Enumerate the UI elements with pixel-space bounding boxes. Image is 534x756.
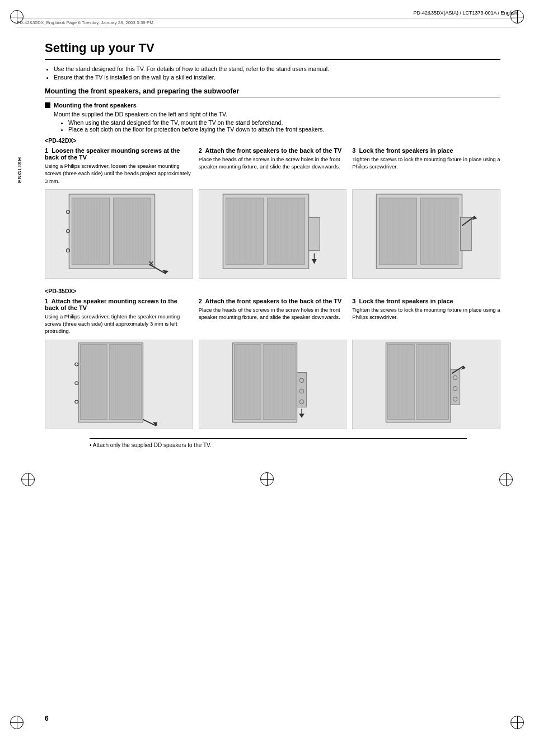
pd35-illus-1 — [45, 340, 193, 429]
svg-point-95 — [75, 363, 78, 366]
page-title: Setting up your TV — [45, 41, 500, 60]
subheader-bar: PD-42&35DX_Eng.book Page 6 Tuesday, Janu… — [17, 18, 517, 27]
svg-rect-115 — [297, 372, 306, 407]
corner-mark-br — [506, 711, 528, 734]
corner-mark-tl — [6, 6, 28, 28]
pd35-step-3: 3 Lock the front speakers in place Tight… — [352, 298, 500, 335]
subheader-text: PD-42&35DX_Eng.book Page 6 Tuesday, Janu… — [17, 20, 153, 25]
pd35-steps-row: 1 Attach the speaker mounting screws to … — [45, 298, 500, 335]
pd42-step-3: 3 Lock the front speakers in place Tight… — [352, 147, 500, 185]
svg-rect-48 — [308, 217, 320, 250]
pd35-illus-2 — [199, 340, 347, 429]
svg-rect-101 — [234, 344, 261, 419]
pd35-illustrations — [45, 340, 500, 429]
pd42-model-label: <PD-42DX> — [45, 137, 500, 144]
bottom-right-mark — [495, 468, 517, 491]
intro-bullets: Use the stand designed for this TV. For … — [54, 65, 500, 81]
pd42-step-1: 1 Loosen the speaker mounting screws at … — [45, 147, 193, 185]
svg-rect-34 — [226, 198, 263, 265]
bottom-left-mark — [17, 468, 39, 491]
corner-mark-bl — [6, 711, 28, 734]
pd42-illus-3 — [352, 189, 500, 279]
corner-mark-tr — [506, 6, 528, 28]
square-bullet-icon — [45, 102, 50, 108]
footer-note: • Attach only the supplied DD speakers t… — [90, 438, 467, 452]
pd35-step-1: 1 Attach the speaker mounting screws to … — [45, 298, 193, 335]
pd42-illus-2 — [199, 189, 347, 279]
pd35-step-2: 2 Attach the front speakers to the back … — [199, 298, 347, 335]
svg-rect-122 — [388, 344, 415, 419]
svg-rect-123 — [416, 344, 448, 419]
subsection-bullet-1: When using the stand designed for the TV… — [68, 119, 500, 126]
svg-rect-70 — [109, 344, 141, 419]
pd42-illustrations — [45, 189, 500, 279]
pd35-model-label: <PD-35DX> — [45, 288, 500, 294]
pd42-steps-row: 1 Loosen the speaker mounting screws at … — [45, 147, 500, 185]
page-bottom — [0, 463, 534, 496]
page: PD-42&35DX(ASIA) / LCT1373-001A / Englis… — [0, 0, 534, 756]
intro-bullet-1: Use the stand designed for this TV. For … — [54, 65, 500, 72]
page-number: 6 — [45, 715, 49, 722]
svg-rect-102 — [263, 344, 295, 419]
subsection-bullet-2: Place a soft cloth on the floor for prot… — [68, 126, 500, 133]
intro-bullet-2: Ensure that the TV is installed on the w… — [54, 74, 500, 81]
svg-point-97 — [75, 400, 78, 403]
sidebar-language-label: ENGLISH — [17, 157, 22, 183]
bottom-center-mark — [260, 472, 274, 487]
header-right-text: PD-42&35DX(ASIA) / LCT1373-001A / Englis… — [413, 10, 517, 16]
svg-rect-51 — [380, 198, 417, 265]
subsection-body: Mount the supplied the DD speakers on th… — [54, 111, 500, 133]
subsection-title: Mounting the front speakers — [45, 102, 500, 109]
svg-rect-35 — [267, 198, 305, 265]
svg-point-96 — [75, 382, 78, 385]
pd35-illus-3 — [352, 340, 500, 429]
section-title: Mounting the front speakers, and prepari… — [45, 87, 500, 97]
svg-rect-69 — [80, 344, 107, 419]
pd42-step-2: 2 Attach the front speakers to the back … — [199, 147, 347, 185]
svg-rect-52 — [421, 198, 458, 265]
svg-rect-136 — [451, 369, 460, 404]
subsection-intro: Mount the supplied the DD speakers on th… — [54, 111, 500, 118]
pd42-illus-1 — [45, 189, 193, 279]
main-content: Setting up your TV Use the stand designe… — [45, 30, 500, 452]
svg-marker-120 — [299, 414, 305, 418]
page-header: PD-42&35DX(ASIA) / LCT1373-001A / Englis… — [0, 0, 534, 16]
